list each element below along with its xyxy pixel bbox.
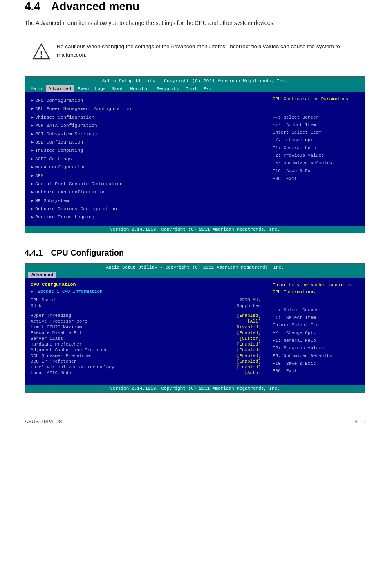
bios-item-hw-prefetcher[interactable]: Hardware Prefetcher [Enabled] — [31, 341, 261, 347]
footer-right: 4-11 — [355, 418, 365, 424]
bios-section-header-2: CPU Confguration — [31, 282, 261, 287]
menu-tool[interactable]: Tool — [183, 85, 199, 92]
page-footer: ASUS Z9PA-U8 4-11 — [25, 413, 365, 424]
bios-item-local-apic[interactable]: Local APIC Mode [Auto] — [31, 370, 261, 376]
bios-screen-1: Aptio Setup Utility - Copyright (C) 2011… — [25, 76, 365, 233]
bios-right-panel-1: CPU Configuration Parameters →←: Select … — [267, 92, 365, 226]
bios-item-usb[interactable]: ▶ USB Configuration — [31, 138, 261, 146]
bios-item-cpu-power[interactable]: ▶ CPU Power Management Configuration — [31, 105, 261, 113]
footer-left: ASUS Z9PA-U8 — [25, 418, 62, 424]
menu-boot[interactable]: Boot — [110, 85, 126, 92]
bios-item-pch-sata[interactable]: ▶ PCH SATA Configuration — [31, 121, 261, 130]
section-heading: Advanced menu — [51, 0, 139, 13]
bios-item-onboard-dev[interactable]: ▶ Onboard Devices Configuration — [31, 205, 261, 213]
warning-text: Be cautious when changing the settings o… — [57, 43, 358, 60]
bios-item-trusted[interactable]: ▶ Trusted Computing — [31, 146, 261, 155]
menu-main[interactable]: Main — [28, 85, 45, 92]
bios-cpu-speed-label: CPU Speed — [31, 298, 55, 303]
bios-item-me[interactable]: ▶ ME Subsystem — [31, 197, 261, 205]
warning-icon: ! — [32, 43, 50, 61]
bios-topbar-2: Aptio Setup Utility - Copyright (C) 2011… — [25, 264, 365, 271]
warning-box: ! Be cautious when changing the settings… — [25, 36, 365, 67]
bios-item-dcu-streamer[interactable]: DCU Streamer Prefetcher [Enabled] — [31, 353, 261, 359]
bios-item-adjacent-cache[interactable]: Adjacent Cache Line Prefetch [Enabled] — [31, 347, 261, 353]
bios-item-serial[interactable]: ▶ Serial Port Console Redirection — [31, 180, 261, 188]
bios-tab-row-2: Advanced — [25, 271, 365, 278]
bios-tab-advanced[interactable]: Advanced — [28, 272, 56, 278]
bios-left-panel-2: CPU Confguration ▶ Socket 1 CPU Informat… — [25, 278, 267, 385]
bios-64bit-value: Supported — [237, 303, 261, 308]
bios-screen-2: Aptio Setup Utility - Copyright (C) 2011… — [25, 263, 365, 393]
bios-item-acpi[interactable]: ▶ ACPI Settings — [31, 155, 261, 163]
bios-item-apm[interactable]: ▶ APM — [31, 172, 261, 180]
bios-item-runtime[interactable]: ▶ Runtime Error Logging — [31, 213, 261, 221]
bios-key-help-2: →←: Select Screen ↑↓: Select Item Enter:… — [273, 306, 359, 375]
bios-item-dcu-ip[interactable]: DCU IP Prefetcher [Enabled] — [31, 359, 261, 364]
subsection-number: 4.4.1 — [25, 248, 43, 257]
bios-item-cpu-config[interactable]: ▶ CPU Configuration — [31, 97, 261, 105]
bios-cpu-speed-value: 2000 MHz — [239, 298, 261, 303]
bios-item-limit-cpuid[interactable]: Limit CPUID Maximum [Disabled] — [31, 324, 261, 330]
bios-cpu-speed-row: CPU Speed 2000 MHz — [31, 297, 261, 303]
bios-item-vt[interactable]: Intel Virtualization Technology [Enabled… — [31, 364, 261, 370]
bios-item-active-core[interactable]: Active Processor Core [All] — [31, 319, 261, 324]
bios-help-text-2: Enter to view socket soecific CPU Inform… — [273, 282, 359, 296]
bios-menubar-1: Main Advanced Event Logs Boot Monitor Se… — [25, 85, 365, 92]
section-number: 4.4 — [25, 0, 40, 13]
bios-64bit-row: 64-bit Supported — [31, 303, 261, 309]
menu-exit[interactable]: Exit — [201, 85, 217, 92]
menu-eventlogs[interactable]: Event Logs — [75, 85, 108, 92]
bios-item-server-class[interactable]: Server Class [Custom] — [31, 336, 261, 341]
bios-help-text-1: CPU Configuration Parameters — [273, 97, 359, 101]
bios-topbar-1: Aptio Setup Utility - Copyright (C) 2011… — [25, 77, 365, 85]
bios-item-pci[interactable]: ▶ PCI Subsystem Settings — [31, 130, 261, 138]
bios-body-2: CPU Confguration ▶ Socket 1 CPU Informat… — [25, 278, 365, 385]
bios-64bit-label: 64-bit — [31, 303, 47, 308]
bios-key-help-1: →←: Select Screen ↑↓: Select Item Enter:… — [273, 114, 359, 182]
bios-item-whea[interactable]: ▶ WHEA Configuration — [31, 163, 261, 171]
bios-bottombar-1: Version 2.14.1219. Copyright (C) 2011 Am… — [25, 226, 365, 233]
menu-advanced[interactable]: Advanced — [46, 85, 74, 92]
bios-bottombar-2: Version 2.14.1219. Copyright (C) 2011 Am… — [25, 385, 365, 392]
bios-body-1: ▶ CPU Configuration ▶ CPU Power Manageme… — [25, 92, 365, 226]
bios-item-chipset[interactable]: ▶ Chipset Configuration — [31, 113, 261, 121]
section-description: The Advanced menu items allow you to cha… — [25, 19, 365, 27]
menu-monitor[interactable]: Monitor — [128, 85, 152, 92]
bios-item-onboard-lan[interactable]: ▶ Onboard LAN Configuration — [31, 188, 261, 196]
menu-security[interactable]: Security — [154, 85, 182, 92]
subsection-heading: CPU Configuration — [51, 248, 124, 257]
bios-left-panel-1: ▶ CPU Configuration ▶ CPU Power Manageme… — [25, 92, 267, 226]
bios-subsection-header: ▶ Socket 1 CPU Information — [31, 289, 261, 294]
bios-item-hyper-threading[interactable]: Hyper Threading [Enabled] — [31, 313, 261, 319]
bios-right-panel-2: Enter to view socket soecific CPU Inform… — [267, 278, 365, 385]
svg-point-2 — [41, 57, 42, 58]
bios-item-execute-disable[interactable]: Execute Disable Bit [Enabled] — [31, 330, 261, 336]
